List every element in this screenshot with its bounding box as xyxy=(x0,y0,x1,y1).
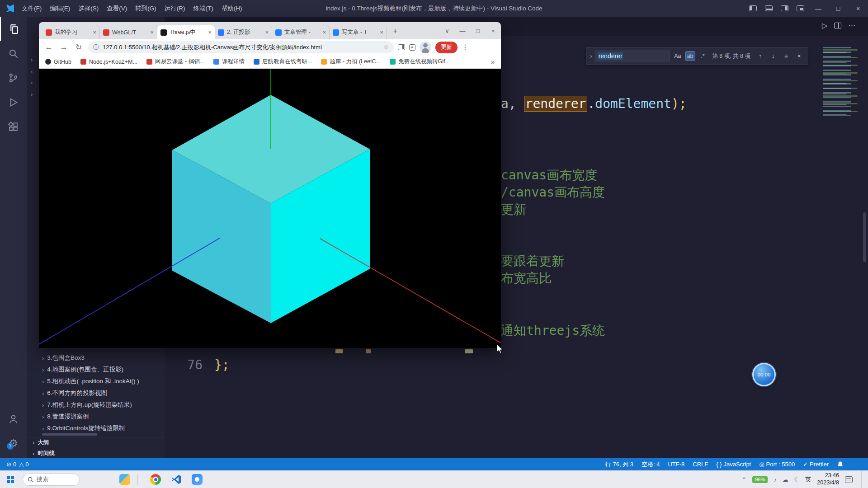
tab-close-icon[interactable]: × xyxy=(150,29,154,36)
problems-errors[interactable]: ⊘0 xyxy=(6,461,16,468)
cursor-position[interactable]: 行 76, 列 3 xyxy=(605,460,633,469)
minimize-button[interactable]: — xyxy=(808,0,828,17)
browser-tab[interactable]: WebGL/T× xyxy=(100,25,157,39)
tab-close-icon[interactable]: × xyxy=(322,29,326,36)
taskbar-clock[interactable]: 23:462023/4/8 xyxy=(817,472,839,486)
menu-run[interactable]: 运行(R) xyxy=(160,0,189,17)
explorer-icon[interactable] xyxy=(0,17,27,41)
bookmark-item[interactable]: Node.js+Koa2+M... xyxy=(80,59,137,65)
live-server-port[interactable]: ◎Port : 5500 xyxy=(759,461,795,468)
indentation[interactable]: 空格: 4 xyxy=(642,460,660,469)
next-match-icon[interactable]: ↓ xyxy=(768,51,778,61)
source-control-icon[interactable] xyxy=(0,66,27,90)
explorer-file[interactable]: ›7.相机上方向.up(旋转渲染结果) xyxy=(27,399,165,411)
explorer-file[interactable]: ›3.包围盒Box3 xyxy=(27,352,165,364)
previous-match-icon[interactable]: ↑ xyxy=(755,51,765,61)
menu-view[interactable]: 查看(V) xyxy=(103,0,131,17)
recording-timer[interactable]: 00:00 xyxy=(752,363,776,386)
match-case-icon[interactable]: Aa xyxy=(673,51,683,61)
taskbar-search[interactable]: 搜索 xyxy=(23,474,80,486)
browser-minimize-button[interactable]: — xyxy=(455,22,470,39)
browser-tab[interactable]: 2. 正投影× xyxy=(215,25,272,39)
explorer-file[interactable]: ›8.管道漫游案例 xyxy=(27,411,165,422)
editor-scrollbar[interactable] xyxy=(863,212,866,262)
bookmark-item[interactable]: 免费在线视频转Gif... xyxy=(390,58,450,66)
outline-section[interactable]: ›大纲 xyxy=(27,437,165,448)
browser-menu-kebab-icon[interactable]: ⋮ xyxy=(462,43,469,52)
site-info-icon[interactable]: ⓘ xyxy=(93,43,99,52)
menu-file[interactable]: 文件(F) xyxy=(18,0,46,17)
bookmark-item[interactable]: 课程详情 xyxy=(213,58,245,66)
extensions-puzzle-icon[interactable] xyxy=(409,44,415,51)
browser-close-button[interactable]: × xyxy=(486,22,501,39)
language-mode[interactable]: { }JavaScript xyxy=(716,461,751,468)
bookmark-star-icon[interactable]: ☆ xyxy=(383,44,389,51)
focus-assist-icon[interactable]: ☾ xyxy=(794,476,800,483)
menu-help[interactable]: 帮助(H) xyxy=(217,0,246,17)
explorer-file[interactable]: ›5.相机动画( .position 和 .lookAt() ) xyxy=(27,375,165,387)
browser-tab[interactable]: 我的学习× xyxy=(42,25,100,39)
close-button[interactable]: × xyxy=(848,0,868,17)
find-input[interactable]: renderer xyxy=(595,50,670,62)
new-tab-button[interactable]: + xyxy=(389,25,401,38)
customize-layout-icon[interactable] xyxy=(797,5,804,11)
explorer-file[interactable]: ›6.不同方向的投影视图 xyxy=(27,387,165,399)
search-icon[interactable] xyxy=(0,41,27,66)
bookmark-item[interactable]: 题库 - 力扣 (LeetC... xyxy=(321,58,381,66)
battery-indicator[interactable]: 96% xyxy=(752,476,768,483)
split-editor-icon[interactable] xyxy=(834,23,841,28)
explorer-file[interactable]: ›4.地图案例(包围盒、正投影) xyxy=(27,364,165,375)
browser-maximize-button[interactable]: □ xyxy=(470,22,486,39)
address-bar[interactable]: ⓘ 127.0.0.1:5500/10.相机基础/2.正投影相机-Canvas画… xyxy=(88,41,394,53)
notifications-bell-icon[interactable] xyxy=(837,461,844,468)
extensions-icon[interactable] xyxy=(0,114,27,139)
prettier-status[interactable]: ✓Prettier xyxy=(803,461,829,468)
browser-tab[interactable]: 写文章 - T× xyxy=(330,25,387,39)
explorer-file[interactable]: ›9.OrbitControls旋转缩放限制 xyxy=(27,422,165,434)
eol-sequence[interactable]: CRLF xyxy=(693,461,708,468)
horizontal-scrollbar[interactable] xyxy=(42,433,97,436)
regex-icon[interactable]: .* xyxy=(698,51,708,61)
menu-terminal[interactable]: 终端(T) xyxy=(189,0,217,17)
tab-search-icon[interactable]: ∨ xyxy=(439,22,455,39)
taskbar-chrome[interactable] xyxy=(145,471,166,488)
account-icon[interactable] xyxy=(0,407,27,431)
tab-close-icon[interactable]: × xyxy=(208,29,212,36)
show-desktop-strip[interactable] xyxy=(861,471,863,488)
forward-icon[interactable]: → xyxy=(58,43,69,52)
problems-warnings[interactable]: △0 xyxy=(19,461,28,468)
bookmark-item[interactable]: 网易云课堂 - 俏销... xyxy=(146,58,204,66)
toggle-panel-icon[interactable] xyxy=(765,5,773,11)
tab-close-icon[interactable]: × xyxy=(380,29,383,36)
browser-tab[interactable]: 文章管理 -× xyxy=(272,25,330,39)
bookmarks-overflow-icon[interactable]: » xyxy=(491,58,495,66)
menu-goto[interactable]: 转到(G) xyxy=(131,0,160,17)
whole-word-icon[interactable]: ab xyxy=(685,51,695,61)
bookmark-item[interactable]: GitHub xyxy=(45,59,71,65)
threejs-viewport[interactable] xyxy=(39,69,501,348)
cloud-icon[interactable]: ☁ xyxy=(783,476,788,483)
toggle-replace-icon[interactable]: › xyxy=(590,52,592,60)
timeline-section[interactable]: ›时间线 xyxy=(27,448,165,458)
find-in-selection-icon[interactable]: ≡ xyxy=(781,51,792,61)
start-button[interactable] xyxy=(0,471,21,488)
taskbar-blue-app[interactable] xyxy=(187,471,208,488)
run-file-icon[interactable]: ▷ xyxy=(822,21,827,30)
hidden-icons-chevron[interactable]: ⌃ xyxy=(741,476,746,483)
tab-close-icon[interactable]: × xyxy=(265,29,269,36)
browser-tab-active[interactable]: Three.js中× xyxy=(157,25,215,39)
reload-icon[interactable]: ↻ xyxy=(73,42,84,52)
profile-avatar[interactable] xyxy=(420,42,431,53)
run-debug-icon[interactable] xyxy=(0,90,27,114)
chrome-update-button[interactable]: 更新 xyxy=(435,42,458,53)
menu-edit[interactable]: 编辑(E) xyxy=(46,0,74,17)
volume-icon[interactable]: ♪ xyxy=(774,476,777,483)
tab-close-icon[interactable]: × xyxy=(93,29,96,36)
side-panel-icon[interactable] xyxy=(398,44,405,50)
close-find-icon[interactable]: × xyxy=(794,51,804,61)
notification-center-icon[interactable] xyxy=(845,476,853,483)
toggle-secondary-sidebar-icon[interactable] xyxy=(781,5,788,11)
editor-more-actions-icon[interactable]: ⋯ xyxy=(848,21,855,30)
bookmark-item[interactable]: 启航教育在线考研... xyxy=(254,58,312,66)
menu-selection[interactable]: 选择(S) xyxy=(74,0,103,17)
